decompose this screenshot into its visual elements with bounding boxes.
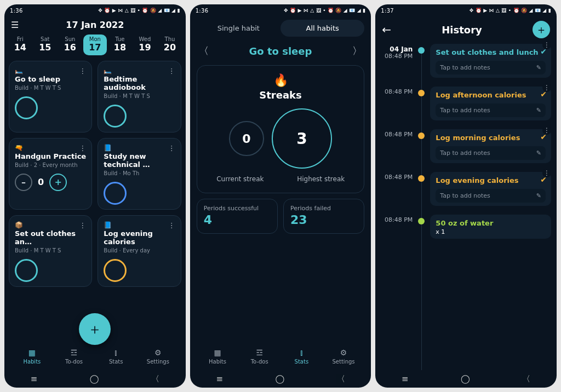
habit-name: Handgun Practice [15, 153, 86, 161]
status-bar: 1:37 ✥ ⏰ ▶ ⋈ △ 🖼 • ⏰ 🔕 ◢ 📧 ◢ ▮ [375, 4, 557, 16]
period-stats: Periods successful 4 Periods failed 23 [197, 199, 365, 234]
completion-ring[interactable] [104, 259, 127, 282]
history-name: Log afternoon calories [436, 91, 546, 99]
history-time: 08:48 PM [377, 129, 415, 138]
status-bar: 1:36 ✥ ⏰ ▶ ⋈ △ 🖼 • ⏰ 🔕 ◢ 📧 ◢ ▮ [190, 4, 371, 16]
decrement-button[interactable]: – [15, 174, 32, 191]
habit-name: Bedtime audiobook [104, 76, 175, 92]
highest-streak-value: 3 [272, 108, 332, 169]
completion-ring[interactable] [104, 182, 127, 205]
habit-card[interactable]: ⋮ 🛏️ Bedtime audiobook Build · M T W T S [98, 61, 181, 132]
timeline-dot [418, 218, 425, 224]
card-menu-icon[interactable]: ⋮ [79, 67, 86, 75]
notes-field[interactable]: Tap to add notes✎ [436, 61, 546, 74]
habit-meta: Build · M T W T S [15, 85, 86, 91]
increment-button[interactable]: + [49, 174, 67, 191]
habit-meta: Build · 2 · Every month [15, 162, 86, 168]
tab-habits[interactable]: ▦Habits [11, 348, 53, 365]
history-card[interactable]: ⋮ ✔ Set out clothes and lunch Tap to add… [430, 44, 551, 78]
card-menu-icon[interactable]: ⋮ [168, 144, 175, 152]
next-habit-icon[interactable]: 〉 [352, 44, 362, 57]
habit-emoji: 📘 [104, 221, 175, 229]
day-cell[interactable]: Thu20 [158, 34, 182, 55]
home-icon: ◯ [90, 374, 99, 384]
periods-successful: Periods successful 4 [197, 199, 278, 234]
history-name: Log evening calories [436, 176, 546, 185]
habit-emoji: 🔫 [15, 144, 86, 152]
streaks-panel: 🔥 Streaks 0 3 Current streak Highest str… [197, 65, 365, 193]
edit-icon: ✎ [536, 192, 541, 199]
header: ☰ 17 Jan 2022 [4, 16, 186, 32]
habit-card[interactable]: ⋮ 📘 Study new technical … Build · Mo Th [98, 138, 181, 210]
current-streak-value: 0 [229, 121, 264, 156]
habit-meta: Build · M T W T S [104, 93, 175, 99]
tab-all-habits[interactable]: All habits [280, 20, 364, 37]
prev-habit-icon[interactable]: 〈 [199, 44, 209, 57]
timeline-dot [418, 90, 425, 96]
tab-settings[interactable]: ⚙Settings [323, 348, 365, 365]
streaks-title: Streaks [204, 89, 358, 101]
page-title: 17 Jan 2022 [22, 20, 168, 30]
card-menu-icon[interactable]: ⋮ [168, 221, 175, 229]
tab-todos[interactable]: ☲To-dos [53, 348, 95, 365]
habit-emoji: 📘 [104, 144, 175, 152]
habit-card[interactable]: ⋮ 📦 Set out clothes an… Build · M T W T … [9, 215, 92, 287]
tab-habits[interactable]: ▦Habits [197, 348, 239, 365]
card-menu-icon[interactable]: ⋮ [168, 67, 175, 75]
history-item: 08:48 PM ⋮ ✔ Log evening calories Tap to… [377, 172, 551, 206]
habit-card[interactable]: ⋮ 🛏️ Go to sleep Build · M T W T S [9, 61, 92, 132]
status-icons: ✥ ⏰ ▶ ⋈ △ 🖼 • ⏰ 🔕 ◢ 📧 ◢ ▮ [98, 8, 180, 13]
tab-settings[interactable]: ⚙Settings [137, 348, 179, 365]
habit-emoji: 📦 [15, 221, 86, 229]
add-habit-fab[interactable]: ＋ [79, 313, 111, 345]
habit-emoji: 🛏️ [104, 67, 175, 74]
back-icon: 〈 [151, 374, 159, 384]
habit-name: Log evening calories [104, 230, 175, 246]
notes-field[interactable]: Tap to add notes✎ [436, 103, 546, 117]
timeline-dot [418, 47, 425, 54]
menu-icon[interactable]: ☰ [11, 20, 22, 30]
back-icon[interactable]: ← [382, 23, 391, 36]
edit-icon: ✎ [536, 64, 541, 71]
tab-single-habit[interactable]: Single habit [197, 20, 280, 37]
card-menu-icon[interactable]: ⋮ [79, 221, 86, 229]
notes-field[interactable]: Tap to add notes✎ [436, 146, 546, 160]
history-card[interactable]: ⋮ ✔ Log morning calories Tap to add note… [430, 129, 551, 163]
notes-field[interactable]: Tap to add notes✎ [436, 189, 546, 203]
completion-ring[interactable] [104, 105, 127, 128]
habit-name: Go to sleep [249, 45, 312, 57]
history-card[interactable]: ⋮ ✔ Log afternoon calories Tap to add no… [430, 87, 551, 120]
edit-icon: ✎ [536, 107, 541, 114]
bottom-tabs: ▦Habits ☲To-dos ⫿Stats ⚙Settings [4, 343, 186, 370]
screen-habits: 1:36 ✥ ⏰ ▶ ⋈ △ 🖼 • ⏰ 🔕 ◢ 📧 ◢ ▮ ☰ 17 Jan … [4, 4, 186, 388]
day-cell[interactable]: Mon17 [83, 34, 107, 55]
history-name: Set out clothes and lunch [436, 48, 546, 56]
habit-card[interactable]: ⋮ 🔫 Handgun Practice Build · 2 · Every m… [9, 138, 92, 210]
history-time: 08:48 PM [377, 172, 415, 181]
habit-card[interactable]: ⋮ 📘 Log evening calories Build · Every d… [98, 215, 181, 287]
check-icon: ✔ [540, 175, 547, 184]
tab-todos[interactable]: ☲To-dos [238, 348, 280, 365]
check-icon: ✔ [540, 132, 547, 141]
card-menu-icon[interactable]: ⋮ [79, 144, 86, 152]
history-card[interactable]: ⋮ ✔ Log evening calories Tap to add note… [430, 172, 551, 206]
add-button[interactable]: ＋ [533, 21, 550, 38]
day-cell[interactable]: Wed19 [133, 34, 157, 55]
day-cell[interactable]: Sat15 [33, 34, 58, 55]
day-cell[interactable]: Tue18 [108, 34, 132, 55]
history-item: 04 Jan08:48 PM ⋮ ✔ Set out clothes and l… [377, 44, 551, 78]
habit-name: Set out clothes an… [15, 230, 86, 246]
completion-ring[interactable] [15, 259, 38, 282]
completion-ring[interactable] [15, 96, 38, 119]
status-bar: 1:36 ✥ ⏰ ▶ ⋈ △ 🖼 • ⏰ 🔕 ◢ 📧 ◢ ▮ [4, 4, 186, 16]
highest-streak-label: Highest streak [284, 175, 357, 183]
habit-name: Go to sleep [15, 76, 86, 84]
day-cell[interactable]: Fri14 [8, 34, 32, 55]
history-card[interactable]: 50 oz of water x 1 [430, 215, 551, 239]
day-cell[interactable]: Sun16 [58, 34, 82, 55]
tab-stats[interactable]: ⫿Stats [95, 348, 137, 365]
stats-mode-tabs: Single habit All habits [190, 16, 371, 41]
timeline-dot [418, 132, 425, 139]
history-time: 04 Jan08:48 PM [377, 44, 415, 60]
tab-stats[interactable]: ⫿Stats [280, 348, 323, 365]
